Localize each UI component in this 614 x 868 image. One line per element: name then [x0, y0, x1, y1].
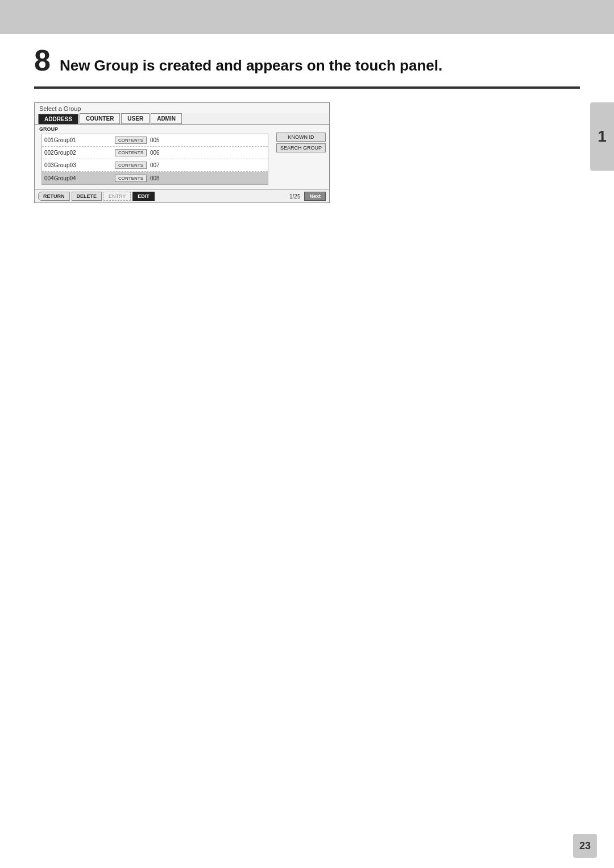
- table-wrap: 001Group01 CONTENTS 005 002Group02 CONTE…: [38, 133, 272, 187]
- next-button[interactable]: Next: [304, 192, 326, 201]
- heading-rule: [34, 86, 580, 89]
- page-number: 23: [573, 834, 597, 858]
- contents-button-1[interactable]: CONTENTS: [115, 137, 147, 144]
- step-number: 8: [34, 46, 51, 75]
- group-number-2: 006: [150, 150, 166, 156]
- return-button[interactable]: RETURN: [38, 192, 70, 201]
- tab-admin[interactable]: ADMIN: [151, 113, 182, 124]
- tab-user[interactable]: USER: [121, 113, 150, 124]
- panel: Select a Group ADDRESS COUNTER USER ADMI…: [34, 102, 330, 203]
- group-name-2: 002Group02: [44, 150, 113, 156]
- right-buttons: KNOWN ID SEARCH GROUP: [276, 133, 326, 152]
- entry-button[interactable]: ENTRY: [103, 192, 131, 201]
- tab-counter[interactable]: COUNTER: [80, 113, 120, 124]
- table-row[interactable]: 003Group03 CONTENTS 007: [42, 159, 268, 172]
- table-row[interactable]: 002Group02 CONTENTS 006: [42, 147, 268, 159]
- step-heading: 8 New Group is created and appears on th…: [34, 46, 580, 75]
- contents-button-3[interactable]: CONTENTS: [115, 162, 147, 169]
- table-row[interactable]: 001Group01 CONTENTS 005: [42, 134, 268, 147]
- group-name-3: 003Group03: [44, 162, 113, 168]
- chapter-tab: 1: [590, 102, 614, 171]
- group-number-1: 005: [150, 137, 166, 143]
- tab-row: ADDRESS COUNTER USER ADMIN: [35, 113, 329, 125]
- main-content: 8 New Group is created and appears on th…: [34, 46, 580, 203]
- edit-button[interactable]: EDIT: [132, 192, 155, 201]
- group-name-4: 004Group04: [44, 175, 113, 181]
- top-bar: [0, 0, 614, 34]
- delete-button[interactable]: DELETE: [72, 192, 102, 201]
- contents-button-4[interactable]: CONTENTS: [115, 175, 147, 182]
- table-row[interactable]: 004Group04 CONTENTS 008: [42, 172, 268, 184]
- panel-title: Select a Group: [35, 103, 329, 113]
- panel-body: 001Group01 CONTENTS 005 002Group02 CONTE…: [35, 133, 329, 189]
- group-number-3: 007: [150, 162, 166, 168]
- bottom-toolbar: RETURN DELETE ENTRY EDIT 1/25 Next: [35, 189, 329, 202]
- search-group-button[interactable]: SEARCH GROUP: [276, 143, 326, 152]
- page-indicator: 1/25: [289, 193, 300, 200]
- step-text: New Group is created and appears on the …: [60, 57, 442, 75]
- contents-button-2[interactable]: CONTENTS: [115, 149, 147, 156]
- tab-address[interactable]: ADDRESS: [38, 114, 78, 124]
- group-table: 001Group01 CONTENTS 005 002Group02 CONTE…: [42, 134, 268, 185]
- known-id-button[interactable]: KNOWN ID: [276, 133, 326, 142]
- group-name-1: 001Group01: [44, 137, 113, 143]
- group-label: GROUP: [35, 125, 329, 133]
- group-number-4: 008: [150, 175, 166, 181]
